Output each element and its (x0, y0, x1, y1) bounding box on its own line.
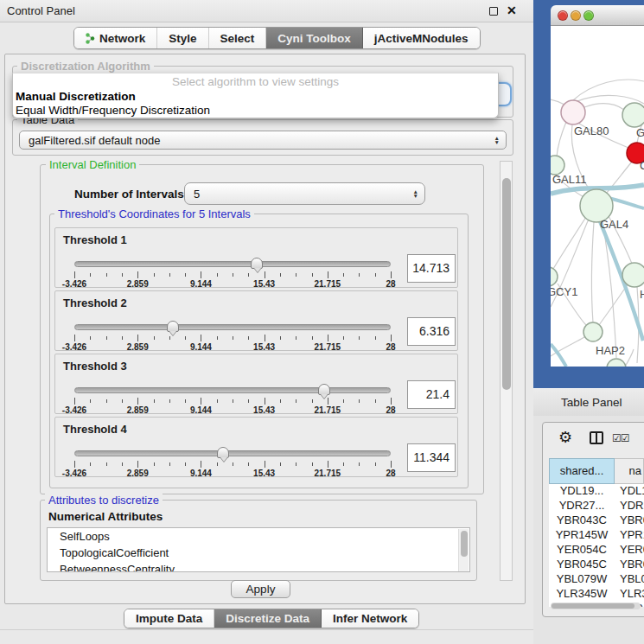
cell-shared-name[interactable]: YBR045C (549, 558, 615, 572)
table-row[interactable]: YDL19...YDL1 (549, 484, 644, 499)
cell-shared-name[interactable]: YLR345W (549, 587, 615, 602)
network-canvas[interactable]: GAL80GACGAL11GAL4GCY1HHAP2 (551, 26, 644, 367)
gear-icon[interactable] (558, 428, 572, 447)
table-row[interactable]: YDR27...YDR2 (549, 499, 644, 513)
tick-mark (375, 462, 376, 466)
threshold-2-slider[interactable]: -3.4262.8599.14415.4321.71528 (74, 321, 391, 350)
slider-thumb[interactable] (318, 384, 330, 395)
tick-mark (201, 461, 201, 468)
column-header-shared-name[interactable]: shared... (549, 458, 615, 484)
tick-label: 2.859 (127, 405, 149, 415)
cell-name[interactable]: YLR3 (615, 587, 644, 602)
threshold-4-value-field[interactable]: 11.344 (407, 443, 456, 472)
network-node[interactable] (551, 156, 564, 175)
attributes-list-scrollbar[interactable] (458, 529, 469, 572)
column-header-name[interactable]: na (615, 458, 644, 484)
tab-discretize-data[interactable]: Discretize Data (214, 609, 322, 628)
table-row[interactable]: YER054CYER0 (549, 543, 644, 558)
table-data-combobox[interactable]: galFiltered.sif default node (19, 131, 507, 150)
number-of-intervals-combobox[interactable]: 5 (184, 182, 425, 205)
tick-label: -3.426 (62, 469, 86, 478)
slider-thumb[interactable] (167, 321, 179, 332)
slider-thumb[interactable] (217, 447, 229, 458)
cell-shared-name[interactable]: YBL079W (549, 572, 615, 587)
node-attribute-table: shared... na YDL19...YDL1YDR27...YDR2YBR… (549, 458, 644, 609)
tick-mark (343, 462, 344, 466)
tick-mark (359, 336, 360, 340)
slider-track[interactable] (74, 324, 391, 330)
panel-vertical-scrollbar[interactable] (500, 161, 513, 581)
threshold-3-slider[interactable]: -3.4262.8599.14415.4321.71528 (74, 384, 391, 413)
network-node[interactable] (622, 263, 644, 287)
tab-infer-network[interactable]: Infer Network (322, 609, 418, 628)
cell-name[interactable]: YBR0 (615, 558, 644, 572)
columns-icon[interactable] (590, 431, 603, 444)
scrollbar-thumb[interactable] (552, 603, 634, 609)
float-window-icon[interactable] (489, 7, 498, 16)
threshold-4-slider[interactable]: -3.4262.8599.14415.4321.71528 (74, 447, 391, 476)
tab-style[interactable]: Style (157, 28, 208, 48)
threshold-3-value-field[interactable]: 21.4 (407, 380, 456, 409)
tick-mark (137, 335, 138, 341)
attribute-list-item[interactable]: SelfLoops (48, 528, 469, 545)
network-window-titlebar[interactable] (551, 5, 644, 26)
tick-mark (169, 273, 170, 277)
algorithm-option-equal-width[interactable]: Equal Width/Frequency Discretization (16, 104, 210, 117)
numerical-attributes-list[interactable]: SelfLoopsTopologicalCoefficientBetweenne… (47, 527, 470, 572)
cell-name[interactable]: YBL0 (615, 572, 644, 587)
close-traffic-light-icon[interactable] (558, 10, 568, 21)
threshold-1-box: Threshold 1 -3.4262.8599.14415.4321.7152… (54, 227, 458, 288)
table-row[interactable]: YBR043CYBR0 (549, 513, 644, 528)
tick-mark (217, 399, 218, 403)
table-row[interactable]: YBR045CYBR0 (549, 558, 644, 572)
tab-jactivemnodules[interactable]: jActiveMNodules (363, 28, 480, 48)
table-horizontal-scrollbar[interactable] (551, 603, 641, 609)
tab-network[interactable]: Network (74, 28, 157, 48)
cell-shared-name[interactable]: YPR145W (549, 528, 615, 543)
threshold-1-value-field[interactable]: 14.713 (407, 254, 456, 283)
slider-thumb[interactable] (251, 258, 263, 269)
cell-name[interactable]: YBR0 (615, 513, 644, 528)
algorithm-option-manual[interactable]: Manual Discretization (16, 90, 136, 103)
network-node[interactable] (607, 359, 626, 367)
table-rows[interactable]: YDL19...YDL1YDR27...YDR2YBR043CYBR0YPR14… (549, 484, 644, 607)
tab-impute-data[interactable]: Impute Data (124, 609, 214, 628)
attribute-list-item[interactable]: BetweennessCentrality (48, 561, 469, 572)
threshold-4-box: Threshold 4 -3.4262.8599.14415.4321.7152… (54, 417, 458, 477)
slider-track[interactable] (74, 261, 391, 267)
table-row[interactable]: YLR345WYLR3 (549, 587, 644, 602)
threshold-1-slider[interactable]: -3.4262.8599.14415.4321.71528 (74, 258, 391, 287)
cell-name[interactable]: YDR2 (615, 499, 644, 513)
network-node[interactable] (561, 100, 585, 124)
tab-cyni-toolbox[interactable]: Cyni Toolbox (266, 28, 363, 48)
scrollbar-thumb[interactable] (502, 178, 511, 390)
cell-name[interactable]: YDL1 (615, 484, 644, 499)
network-node[interactable] (622, 103, 644, 127)
tab-label: Style (169, 32, 196, 45)
table-row[interactable]: YBL079WYBL0 (549, 572, 644, 587)
threshold-2-value-field[interactable]: 6.316 (407, 317, 456, 346)
minimize-traffic-light-icon[interactable] (571, 10, 581, 21)
network-node[interactable] (583, 322, 603, 341)
slider-track[interactable] (74, 450, 391, 456)
cell-shared-name[interactable]: YBR043C (549, 513, 615, 528)
table-row[interactable]: YPR145WYPR1 (549, 528, 644, 543)
cell-shared-name[interactable]: YDR27... (549, 499, 615, 513)
cell-shared-name[interactable]: YER054C (549, 543, 615, 558)
select-columns-checkboxes-icon[interactable] (612, 432, 629, 444)
attribute-list-item[interactable]: TopologicalCoefficient (48, 545, 469, 561)
tab-label: jActiveMNodules (374, 32, 469, 45)
tick-mark (106, 399, 107, 403)
tick-mark (265, 398, 265, 405)
zoom-traffic-light-icon[interactable] (583, 10, 594, 21)
cell-name[interactable]: YPR1 (615, 528, 644, 543)
tick-label: 21.715 (315, 469, 341, 478)
tab-select[interactable]: Select (209, 28, 267, 48)
close-icon[interactable] (507, 3, 517, 17)
network-node[interactable] (551, 267, 558, 286)
cell-name[interactable]: YER0 (615, 543, 644, 558)
slider-track[interactable] (74, 387, 391, 393)
apply-button[interactable]: Apply (231, 580, 290, 598)
cell-shared-name[interactable]: YDL19... (549, 484, 615, 499)
tick-label: -3.426 (62, 405, 86, 415)
